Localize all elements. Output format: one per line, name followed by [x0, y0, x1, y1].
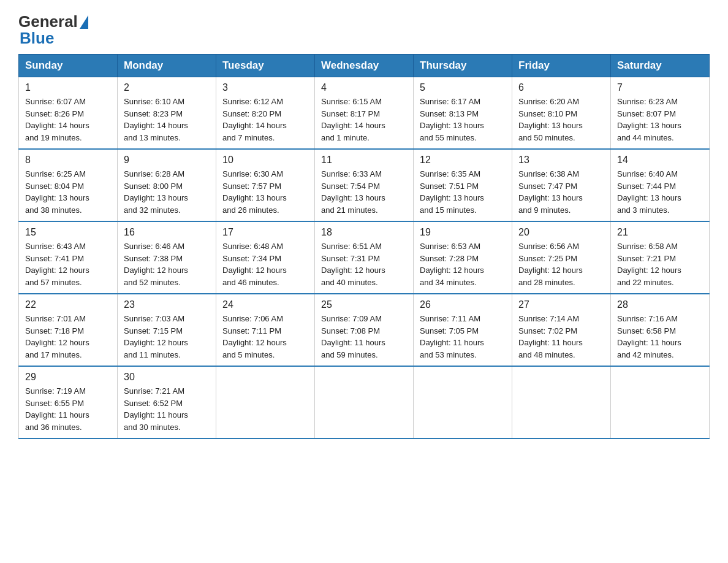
day-info: Sunrise: 6:38 AM Sunset: 7:47 PM Dayligh… — [518, 168, 604, 216]
calendar-cell: 22 Sunrise: 7:01 AM Sunset: 7:18 PM Dayl… — [19, 294, 118, 366]
calendar-cell: 7 Sunrise: 6:23 AM Sunset: 8:07 PM Dayli… — [611, 77, 710, 150]
day-number: 30 — [124, 372, 210, 383]
calendar-cell — [315, 366, 414, 439]
day-number: 6 — [518, 82, 604, 93]
calendar-cell: 18 Sunrise: 6:51 AM Sunset: 7:31 PM Dayl… — [315, 221, 414, 294]
calendar-cell — [512, 366, 611, 439]
calendar-cell: 19 Sunrise: 6:53 AM Sunset: 7:28 PM Dayl… — [414, 221, 512, 294]
day-number: 9 — [124, 155, 210, 166]
day-info: Sunrise: 6:53 AM Sunset: 7:28 PM Dayligh… — [420, 240, 506, 288]
day-info: Sunrise: 7:06 AM Sunset: 7:11 PM Dayligh… — [222, 313, 308, 361]
calendar-cell — [611, 366, 710, 439]
day-number: 2 — [124, 82, 210, 93]
day-number: 14 — [617, 155, 703, 166]
day-number: 4 — [321, 82, 407, 93]
day-info: Sunrise: 7:11 AM Sunset: 7:05 PM Dayligh… — [420, 313, 506, 361]
day-number: 26 — [420, 299, 506, 310]
calendar-cell: 1 Sunrise: 6:07 AM Sunset: 8:26 PM Dayli… — [19, 77, 118, 150]
calendar-cell: 15 Sunrise: 6:43 AM Sunset: 7:41 PM Dayl… — [19, 221, 118, 294]
day-info: Sunrise: 6:35 AM Sunset: 7:51 PM Dayligh… — [420, 168, 506, 216]
day-info: Sunrise: 6:20 AM Sunset: 8:10 PM Dayligh… — [518, 96, 604, 144]
weekday-header-tuesday: Tuesday — [216, 55, 315, 77]
calendar-cell: 21 Sunrise: 6:58 AM Sunset: 7:21 PM Dayl… — [611, 221, 710, 294]
day-number: 22 — [25, 299, 111, 310]
day-info: Sunrise: 7:16 AM Sunset: 6:58 PM Dayligh… — [617, 313, 703, 361]
day-info: Sunrise: 7:19 AM Sunset: 6:55 PM Dayligh… — [25, 385, 111, 433]
day-info: Sunrise: 6:48 AM Sunset: 7:34 PM Dayligh… — [222, 240, 308, 288]
day-info: Sunrise: 6:46 AM Sunset: 7:38 PM Dayligh… — [124, 240, 210, 288]
calendar-cell: 5 Sunrise: 6:17 AM Sunset: 8:13 PM Dayli… — [414, 77, 512, 150]
day-number: 13 — [518, 155, 604, 166]
day-number: 11 — [321, 155, 407, 166]
day-info: Sunrise: 6:12 AM Sunset: 8:20 PM Dayligh… — [222, 96, 308, 144]
day-info: Sunrise: 6:51 AM Sunset: 7:31 PM Dayligh… — [321, 240, 407, 288]
day-number: 3 — [222, 82, 308, 93]
calendar-week-row: 1 Sunrise: 6:07 AM Sunset: 8:26 PM Dayli… — [19, 77, 710, 150]
day-info: Sunrise: 6:07 AM Sunset: 8:26 PM Dayligh… — [25, 96, 111, 144]
calendar-cell: 26 Sunrise: 7:11 AM Sunset: 7:05 PM Dayl… — [414, 294, 512, 366]
day-info: Sunrise: 6:56 AM Sunset: 7:25 PM Dayligh… — [518, 240, 604, 288]
day-number: 10 — [222, 155, 308, 166]
day-info: Sunrise: 7:03 AM Sunset: 7:15 PM Dayligh… — [124, 313, 210, 361]
day-info: Sunrise: 6:58 AM Sunset: 7:21 PM Dayligh… — [617, 240, 703, 288]
page-header: General Blue — [18, 12, 710, 48]
day-number: 29 — [25, 372, 111, 383]
day-info: Sunrise: 6:25 AM Sunset: 8:04 PM Dayligh… — [25, 168, 111, 216]
day-number: 25 — [321, 299, 407, 310]
day-number: 12 — [420, 155, 506, 166]
calendar-cell: 10 Sunrise: 6:30 AM Sunset: 7:57 PM Dayl… — [216, 149, 315, 221]
weekday-header-wednesday: Wednesday — [315, 55, 414, 77]
calendar-cell: 3 Sunrise: 6:12 AM Sunset: 8:20 PM Dayli… — [216, 77, 315, 150]
day-info: Sunrise: 7:01 AM Sunset: 7:18 PM Dayligh… — [25, 313, 111, 361]
weekday-header-saturday: Saturday — [611, 55, 710, 77]
calendar-cell — [216, 366, 315, 439]
day-number: 7 — [617, 82, 703, 93]
day-number: 5 — [420, 82, 506, 93]
day-info: Sunrise: 6:30 AM Sunset: 7:57 PM Dayligh… — [222, 168, 308, 216]
logo: General Blue — [18, 12, 89, 48]
day-info: Sunrise: 7:09 AM Sunset: 7:08 PM Dayligh… — [321, 313, 407, 361]
calendar-cell: 16 Sunrise: 6:46 AM Sunset: 7:38 PM Dayl… — [118, 221, 216, 294]
day-info: Sunrise: 6:43 AM Sunset: 7:41 PM Dayligh… — [25, 240, 111, 288]
calendar-cell — [414, 366, 512, 439]
day-info: Sunrise: 6:40 AM Sunset: 7:44 PM Dayligh… — [617, 168, 703, 216]
calendar-cell: 30 Sunrise: 7:21 AM Sunset: 6:52 PM Dayl… — [118, 366, 216, 439]
day-info: Sunrise: 7:14 AM Sunset: 7:02 PM Dayligh… — [518, 313, 604, 361]
day-number: 17 — [222, 227, 308, 238]
calendar-cell: 9 Sunrise: 6:28 AM Sunset: 8:00 PM Dayli… — [118, 149, 216, 221]
calendar-cell: 25 Sunrise: 7:09 AM Sunset: 7:08 PM Dayl… — [315, 294, 414, 366]
calendar-cell: 4 Sunrise: 6:15 AM Sunset: 8:17 PM Dayli… — [315, 77, 414, 150]
weekday-header-row: SundayMondayTuesdayWednesdayThursdayFrid… — [19, 55, 710, 77]
weekday-header-monday: Monday — [118, 55, 216, 77]
calendar-cell: 2 Sunrise: 6:10 AM Sunset: 8:23 PM Dayli… — [118, 77, 216, 150]
day-number: 21 — [617, 227, 703, 238]
calendar-week-row: 8 Sunrise: 6:25 AM Sunset: 8:04 PM Dayli… — [19, 149, 710, 221]
calendar-cell: 28 Sunrise: 7:16 AM Sunset: 6:58 PM Dayl… — [611, 294, 710, 366]
logo-triangle-icon — [80, 15, 88, 29]
calendar-cell: 13 Sunrise: 6:38 AM Sunset: 7:47 PM Dayl… — [512, 149, 611, 221]
calendar-cell: 27 Sunrise: 7:14 AM Sunset: 7:02 PM Dayl… — [512, 294, 611, 366]
day-number: 28 — [617, 299, 703, 310]
day-info: Sunrise: 6:17 AM Sunset: 8:13 PM Dayligh… — [420, 96, 506, 144]
calendar-cell: 8 Sunrise: 6:25 AM Sunset: 8:04 PM Dayli… — [19, 149, 118, 221]
calendar-week-row: 15 Sunrise: 6:43 AM Sunset: 7:41 PM Dayl… — [19, 221, 710, 294]
calendar-cell: 20 Sunrise: 6:56 AM Sunset: 7:25 PM Dayl… — [512, 221, 611, 294]
weekday-header-friday: Friday — [512, 55, 611, 77]
calendar-cell: 6 Sunrise: 6:20 AM Sunset: 8:10 PM Dayli… — [512, 77, 611, 150]
day-info: Sunrise: 6:10 AM Sunset: 8:23 PM Dayligh… — [124, 96, 210, 144]
day-number: 27 — [518, 299, 604, 310]
day-number: 23 — [124, 299, 210, 310]
calendar-cell: 23 Sunrise: 7:03 AM Sunset: 7:15 PM Dayl… — [118, 294, 216, 366]
calendar-week-row: 29 Sunrise: 7:19 AM Sunset: 6:55 PM Dayl… — [19, 366, 710, 439]
day-number: 16 — [124, 227, 210, 238]
weekday-header-sunday: Sunday — [19, 55, 118, 77]
day-info: Sunrise: 6:28 AM Sunset: 8:00 PM Dayligh… — [124, 168, 210, 216]
calendar-cell: 24 Sunrise: 7:06 AM Sunset: 7:11 PM Dayl… — [216, 294, 315, 366]
day-info: Sunrise: 6:15 AM Sunset: 8:17 PM Dayligh… — [321, 96, 407, 144]
day-number: 20 — [518, 227, 604, 238]
day-info: Sunrise: 6:23 AM Sunset: 8:07 PM Dayligh… — [617, 96, 703, 144]
logo-blue-text: Blue — [20, 29, 54, 47]
day-number: 19 — [420, 227, 506, 238]
day-number: 18 — [321, 227, 407, 238]
day-number: 24 — [222, 299, 308, 310]
